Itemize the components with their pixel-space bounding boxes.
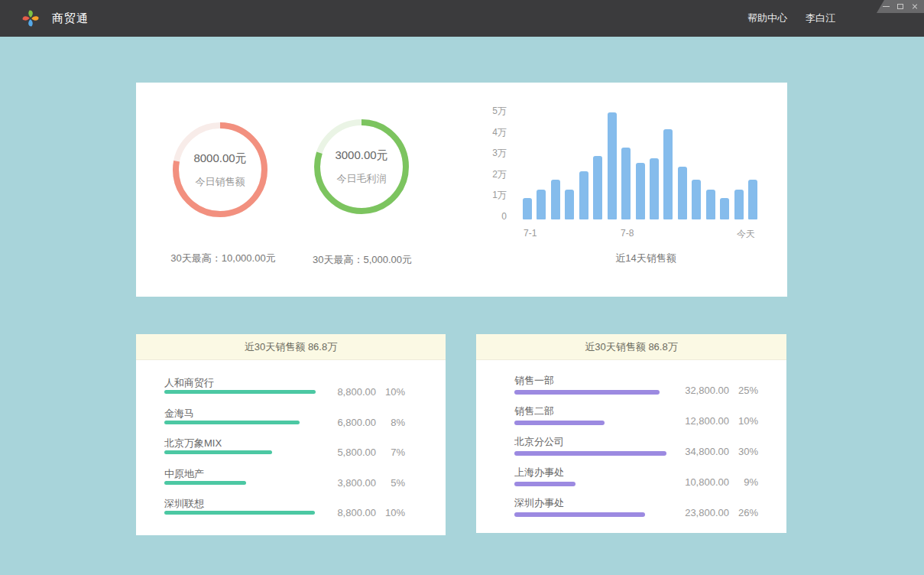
today-sales-caption: 今日销售额 (196, 175, 245, 189)
rank-percent: 25% (729, 385, 758, 396)
daily-sales-bar (636, 163, 645, 219)
daily-sales-bar (692, 180, 701, 219)
rank-label: 金海马 (164, 407, 194, 421)
rank-row: 销售一部32,800.0025% (476, 372, 786, 402)
rank-label: 人和商贸行 (164, 376, 214, 390)
rank-label: 北京分公司 (514, 435, 564, 449)
rank-values: 8,800.0010% (321, 507, 405, 518)
daily-sales-bar (706, 190, 715, 219)
today-sales-donut: 8000.00元 今日销售额 (173, 122, 267, 217)
logo-petal (28, 19, 33, 26)
daily-sales-bar (720, 198, 729, 219)
rank-label: 中原地产 (164, 467, 204, 481)
y-tick-label: 5万 (468, 106, 507, 116)
logo-petal (22, 16, 29, 21)
brand: 商贸通 (20, 0, 89, 37)
rank-bar (164, 390, 316, 394)
x-tick-label: 7-1 (524, 228, 537, 239)
rank-values: 23,800.0026% (674, 507, 758, 518)
rank-label: 销售一部 (514, 374, 554, 388)
top-nav: 帮助中心 李白江 (747, 0, 835, 37)
daily-sales-bar (748, 180, 757, 219)
maximize-button[interactable] (896, 3, 904, 11)
daily-sales-bar (734, 190, 744, 219)
help-center-link[interactable]: 帮助中心 (747, 11, 787, 25)
daily-sales-bar (537, 190, 546, 219)
rank-bar (514, 421, 605, 425)
close-button[interactable] (911, 3, 919, 11)
rank-row: 北京万象MIX5,800.007% (136, 434, 446, 465)
rank-bar (514, 482, 575, 486)
rank-values: 3,800.005% (321, 477, 405, 489)
bar-chart-plot (523, 106, 757, 219)
rank-values: 34,800.0030% (674, 446, 758, 457)
bar-chart-y-axis: 5万4万3万2万1万0 (468, 106, 507, 228)
departments-rank-list: 销售一部32,800.0025%销售二部12,800.0010%北京分公司34,… (476, 372, 786, 525)
daily-sales-bar (551, 180, 560, 219)
rank-amount: 32,800.00 (674, 385, 729, 396)
titlebar: 商贸通 帮助中心 李白江 (0, 0, 924, 37)
departments-panel-title: 近30天销售额 86.8万 (476, 334, 786, 360)
today-profit-donut: 3000.00元 今日毛利润 (314, 119, 409, 214)
rank-row: 深圳联想8,800.0010% (136, 495, 446, 525)
rank-bar (164, 421, 300, 424)
rank-values: 5,800.007% (321, 447, 405, 458)
rank-bar (164, 511, 315, 515)
daily-sales-bar (579, 171, 588, 219)
rank-bar (514, 390, 660, 395)
rank-percent: 30% (729, 446, 758, 457)
rank-row: 人和商贸行8,800.0010% (136, 374, 446, 404)
x-tick-label: 7-8 (621, 228, 634, 239)
today-profit-value: 3000.00元 (335, 148, 387, 163)
maximize-icon (897, 4, 903, 9)
customers-panel: 近30天销售额 86.8万 人和商贸行8,800.0010%金海马6,800.0… (136, 334, 446, 535)
customers-rank-list: 人和商贸行8,800.0010%金海马6,800.008%北京万象MIX5,80… (136, 374, 446, 525)
app-title: 商贸通 (52, 11, 89, 26)
rank-percent: 9% (729, 476, 758, 488)
rank-percent: 10% (729, 415, 758, 427)
pinwheel-logo-icon (20, 8, 41, 29)
rank-percent: 7% (376, 447, 405, 458)
window-controls (877, 0, 924, 13)
rank-bar (164, 450, 272, 454)
rank-values: 8,800.0010% (321, 386, 405, 398)
rank-percent: 5% (376, 477, 405, 489)
rank-percent: 8% (376, 417, 405, 428)
rank-bar (514, 512, 645, 517)
rank-row: 金海马6,800.008% (136, 404, 446, 435)
rank-bar (164, 481, 246, 485)
profit-30d-max: 30天最高：5,000.00元 (286, 253, 439, 267)
minimize-icon (883, 6, 890, 7)
rank-percent: 10% (376, 507, 405, 518)
rank-values: 12,800.0010% (674, 415, 758, 427)
rank-bar (514, 451, 666, 456)
rank-label: 深圳办事处 (514, 496, 564, 510)
rank-values: 10,800.009% (674, 476, 758, 488)
daily-sales-bar (608, 112, 617, 219)
rank-amount: 12,800.00 (674, 415, 729, 427)
daily-sales-bar (593, 156, 602, 219)
rank-row: 销售二部12,800.0010% (476, 402, 786, 433)
rank-amount: 8,800.00 (321, 386, 376, 398)
y-tick-label: 1万 (468, 190, 507, 200)
y-tick-label: 2万 (468, 169, 507, 180)
rank-amount: 6,800.00 (321, 417, 376, 428)
customers-panel-title: 近30天销售额 86.8万 (136, 334, 446, 360)
sales-30d-max: 30天最高：10,000.00元 (147, 252, 300, 265)
rank-values: 6,800.008% (321, 417, 405, 428)
daily-sales-bar (678, 167, 687, 219)
y-tick-label: 4万 (468, 127, 507, 138)
rank-label: 销售二部 (514, 404, 554, 418)
rank-amount: 34,800.00 (674, 446, 729, 457)
minimize-button[interactable] (882, 3, 890, 11)
logo-petal (31, 16, 38, 21)
rank-row: 深圳办事处23,800.0026% (476, 494, 786, 525)
bar-chart-title: 近14天销售额 (531, 252, 760, 265)
rank-percent: 26% (729, 507, 758, 518)
rank-amount: 8,800.00 (321, 507, 376, 518)
rank-amount: 3,800.00 (321, 477, 376, 489)
rank-label: 深圳联想 (164, 497, 204, 511)
y-tick-label: 3万 (468, 148, 507, 158)
user-name[interactable]: 李白江 (806, 11, 835, 25)
summary-panel: 8000.00元 今日销售额 30天最高：10,000.00元 3000.00元… (136, 83, 787, 297)
